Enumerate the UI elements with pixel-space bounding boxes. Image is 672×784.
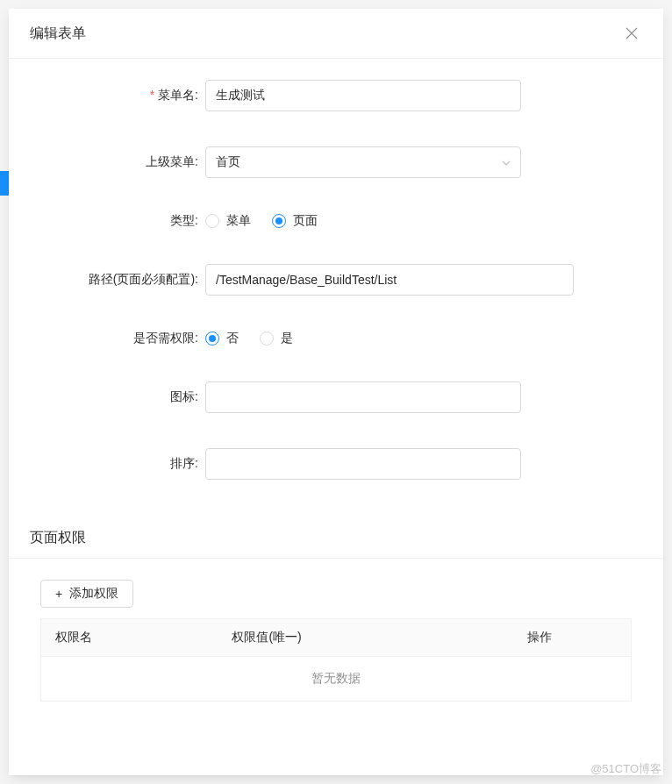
column-permission-value: 权限值(唯一) — [218, 619, 513, 657]
permissions-section-title: 页面权限 — [9, 515, 663, 559]
path-input[interactable] — [205, 264, 574, 296]
radio-icon — [205, 214, 219, 228]
menu-name-input[interactable] — [205, 80, 521, 111]
close-icon[interactable] — [621, 23, 642, 44]
type-page-label: 页面 — [293, 213, 318, 229]
parent-menu-label: 上级菜单: — [30, 154, 205, 170]
radio-icon-checked — [272, 214, 286, 228]
sort-label: 排序: — [30, 456, 205, 472]
path-label: 路径(页面必须配置): — [30, 272, 205, 288]
permission-radio-no[interactable]: 否 — [205, 331, 239, 346]
need-permission-label: 是否需权限: — [30, 331, 205, 346]
add-permission-button[interactable]: + 添加权限 — [40, 580, 133, 608]
column-permission-name: 权限名 — [41, 619, 218, 657]
form-item-menu-name: 菜单名: — [30, 80, 642, 111]
modal-header: 编辑表单 — [9, 9, 663, 59]
left-accent-bar — [0, 171, 9, 196]
column-action: 操作 — [513, 619, 632, 657]
modal-title: 编辑表单 — [30, 25, 86, 43]
form-item-path: 路径(页面必须配置): — [30, 264, 642, 296]
form-item-sort: 排序: — [30, 448, 642, 480]
permissions-table: 权限名 权限值(唯一) 操作 暂无数据 — [40, 618, 632, 702]
form-item-type: 类型: 菜单 页面 — [30, 213, 642, 229]
radio-icon — [260, 331, 274, 346]
parent-menu-select[interactable]: 首页 — [205, 146, 521, 178]
permission-yes-label: 是 — [281, 331, 293, 346]
table-empty-text: 暂无数据 — [41, 657, 632, 702]
icon-label: 图标: — [30, 389, 205, 405]
type-radio-page[interactable]: 页面 — [272, 213, 318, 229]
permission-radio-yes[interactable]: 是 — [260, 331, 293, 346]
type-radio-menu[interactable]: 菜单 — [205, 213, 251, 229]
form-item-icon: 图标: — [30, 381, 642, 413]
form-item-need-permission: 是否需权限: 否 是 — [30, 331, 642, 346]
icon-input[interactable] — [205, 381, 521, 413]
watermark: @51CTO博客 — [590, 761, 661, 777]
type-radio-group: 菜单 页面 — [205, 213, 521, 229]
sort-input[interactable] — [205, 448, 521, 480]
type-menu-label: 菜单 — [226, 213, 251, 229]
chevron-down-icon — [502, 156, 511, 168]
menu-name-label: 菜单名: — [30, 88, 205, 103]
type-label: 类型: — [30, 213, 205, 229]
plus-icon: + — [55, 587, 62, 601]
edit-form-modal: 编辑表单 菜单名: 上级菜单: 首页 类型: — [9, 9, 663, 775]
form-item-parent-menu: 上级菜单: 首页 — [30, 146, 642, 178]
modal-body: 菜单名: 上级菜单: 首页 类型: — [9, 59, 663, 723]
need-permission-radio-group: 否 是 — [205, 331, 521, 346]
parent-menu-value: 首页 — [216, 154, 240, 170]
permission-no-label: 否 — [226, 331, 239, 346]
radio-icon-checked — [205, 331, 219, 346]
add-permission-label: 添加权限 — [69, 586, 118, 602]
